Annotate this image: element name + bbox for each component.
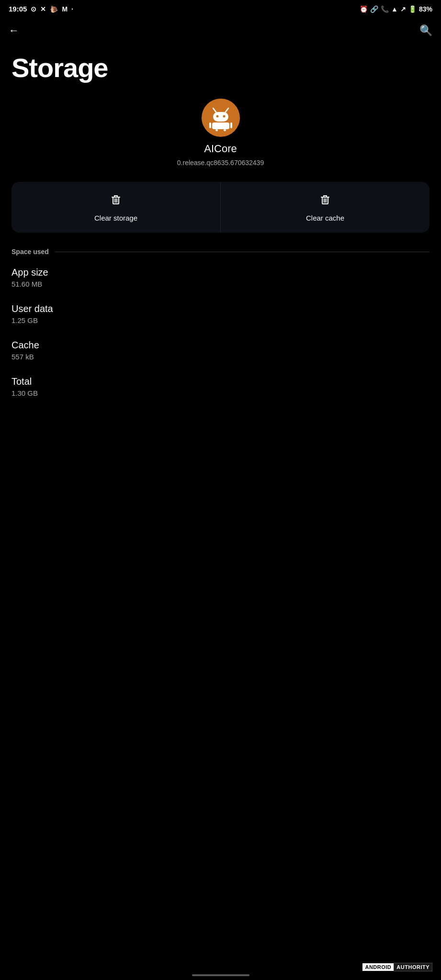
svg-point-4 (223, 115, 225, 118)
clear-storage-button[interactable]: Clear storage (11, 182, 220, 233)
user-data-value: 1.25 GB (11, 316, 430, 324)
svg-line-1 (226, 108, 228, 112)
total-label: Total (11, 376, 430, 387)
storage-list: App size 51.60 MB User data 1.25 GB Cach… (0, 267, 441, 397)
gmail-icon: M (62, 5, 68, 13)
cache-label: Cache (11, 340, 430, 351)
app-size-item: App size 51.60 MB (11, 267, 430, 288)
user-data-item: User data 1.25 GB (11, 303, 430, 324)
app-name: AICore (204, 143, 237, 155)
back-button[interactable]: ← (9, 24, 19, 37)
total-item: Total 1.30 GB (11, 376, 430, 397)
svg-point-3 (216, 115, 218, 118)
signal-icon: ↗ (400, 5, 406, 13)
section-label: Space used (11, 248, 49, 256)
dot-icon: · (71, 5, 73, 13)
snail-icon: 🐌 (50, 5, 58, 13)
phone-icon: 📞 (381, 5, 389, 13)
link-icon: 🔗 (370, 5, 378, 13)
app-size-value: 51.60 MB (11, 280, 430, 288)
page-title-section: Storage (0, 41, 441, 99)
status-time: 19:05 (9, 5, 27, 13)
watermark-authority: AUTHORITY (394, 963, 432, 971)
app-info: AICore 0.release.qc8635.670632439 (0, 99, 441, 178)
svg-rect-2 (213, 112, 228, 122)
section-divider (55, 252, 430, 252)
top-nav: ← 🔍 (0, 21, 441, 41)
watermark-android: ANDROID (362, 963, 394, 971)
status-right: ⏰ 🔗 📞 ▲ ↗ 🔋 83% (360, 5, 432, 13)
battery-icon: 🔋 (408, 5, 417, 13)
section-header: Space used (0, 248, 441, 256)
status-bar: 19:05 ⊙ ✕ 🐌 M · ⏰ 🔗 📞 ▲ ↗ 🔋 83% (0, 0, 441, 16)
svg-rect-8 (215, 129, 218, 131)
watermark: ANDROID AUTHORITY (362, 963, 432, 971)
status-left: 19:05 ⊙ ✕ 🐌 M · (9, 5, 73, 13)
search-button[interactable]: 🔍 (419, 24, 432, 37)
trash-storage-icon (109, 192, 123, 209)
trash-cache-icon (318, 192, 332, 209)
clear-cache-label: Clear cache (306, 214, 344, 222)
home-indicator (192, 974, 249, 976)
cache-item: Cache 557 kB (11, 340, 430, 361)
svg-rect-6 (209, 122, 211, 128)
app-version: 0.release.qc8635.670632439 (177, 159, 264, 167)
clear-cache-button[interactable]: Clear cache (220, 182, 430, 233)
svg-rect-5 (212, 122, 229, 129)
svg-line-0 (213, 108, 216, 112)
svg-rect-9 (224, 129, 226, 131)
clear-storage-label: Clear storage (94, 214, 137, 222)
total-value: 1.30 GB (11, 389, 430, 397)
bottom-bar: ANDROID AUTHORITY (0, 957, 441, 980)
app-size-label: App size (11, 267, 430, 278)
wifi-icon: ▲ (391, 5, 398, 13)
cache-value: 557 kB (11, 353, 430, 361)
action-buttons: Clear storage Clear cache (11, 182, 430, 233)
whatsapp-icon: ⊙ (31, 5, 36, 13)
battery-percent: 83% (419, 5, 432, 13)
app-icon (202, 99, 240, 137)
twitter-icon: ✕ (40, 5, 46, 13)
user-data-label: User data (11, 303, 430, 314)
svg-rect-7 (230, 122, 232, 128)
alarm-icon: ⏰ (360, 5, 368, 13)
page-title: Storage (11, 52, 430, 83)
